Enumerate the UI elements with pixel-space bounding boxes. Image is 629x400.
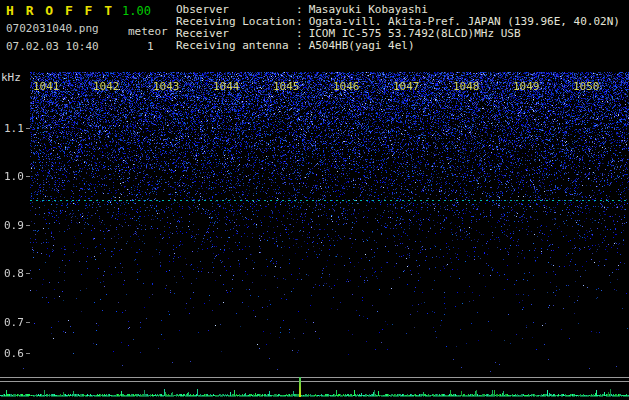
x-tick-label: 1044 — [213, 80, 240, 93]
x-tick-label: 1045 — [273, 80, 300, 93]
y-tick-mark — [26, 225, 30, 226]
meteor-count: 1 — [147, 40, 154, 53]
y-tick-mark — [26, 353, 30, 354]
y-tick-label: 0.7 — [4, 316, 24, 329]
y-tick-mark — [26, 322, 30, 323]
x-tick-label: 1041 — [33, 80, 60, 93]
station-info: Observer : Masayuki Kobayashi Receiving … — [176, 4, 620, 52]
y-axis-unit-label: kHz — [1, 71, 21, 84]
reference-frequency-line — [30, 200, 629, 201]
y-tick-label: 0.9 — [4, 219, 24, 232]
station-value: A504HB(yagi 4el) — [309, 40, 415, 52]
level-grid-line — [0, 377, 629, 378]
station-row-antenna: Receiving antenna : A504HB(yagi 4el) — [176, 40, 620, 52]
observation-datetime: 07.02.03 10:40 — [6, 40, 99, 53]
hrofft-screen: H R O F F T 1.00 0702031040.png meteor 0… — [0, 0, 629, 400]
x-tick-label: 1050 — [573, 80, 600, 93]
y-tick-label: 0.6 — [4, 347, 24, 360]
y-tick-mark — [26, 176, 30, 177]
spectrogram-canvas — [30, 72, 629, 355]
meteor-mode-label: meteor — [128, 25, 168, 38]
colon-separator: : — [296, 40, 303, 52]
x-tick-label: 1049 — [513, 80, 540, 93]
app-title: H R O F F T — [6, 3, 114, 18]
station-label: Receiving antenna — [176, 40, 296, 52]
output-filename: 0702031040.png — [6, 22, 99, 35]
app-version: 1.00 — [122, 4, 151, 18]
y-tick-label: 0.8 — [4, 267, 24, 280]
meteor-event-marker — [299, 377, 301, 397]
x-tick-label: 1043 — [153, 80, 180, 93]
x-tick-label: 1042 — [93, 80, 120, 93]
y-tick-mark — [26, 128, 30, 129]
x-tick-label: 1046 — [333, 80, 360, 93]
y-tick-mark — [26, 273, 30, 274]
x-tick-label: 1048 — [453, 80, 480, 93]
y-tick-label: 1.0 — [4, 170, 24, 183]
x-tick-label: 1047 — [393, 80, 420, 93]
y-tick-label: 1.1 — [4, 122, 24, 135]
level-grid-line — [0, 381, 629, 382]
